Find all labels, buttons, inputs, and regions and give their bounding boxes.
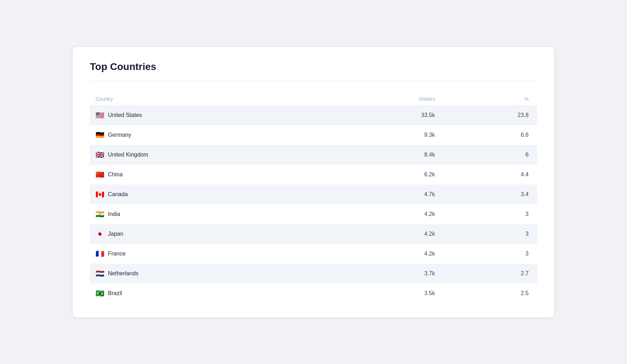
country-flag: 🇮🇳 <box>96 211 104 218</box>
visitors-cell: 4.2k <box>335 224 441 244</box>
table-header-row: Country Visitors % <box>90 93 537 105</box>
table-row: 🇮🇳India4.2k3 <box>90 204 537 224</box>
table-row: 🇨🇳China6.2k4.4 <box>90 165 537 184</box>
top-countries-card: Top Countries Country Visitors % 🇺🇸Unite… <box>73 47 554 317</box>
country-flag: 🇨🇳 <box>96 171 104 178</box>
country-cell: 🇬🇧United Kingdom <box>90 145 335 165</box>
country-name: United States <box>108 112 142 118</box>
country-flag: 🇬🇧 <box>96 151 104 158</box>
percent-cell: 4.4 <box>441 165 537 184</box>
visitors-cell: 9.3k <box>335 125 441 145</box>
country-cell: 🇳🇱Netherlands <box>90 264 335 283</box>
percent-cell: 3 <box>441 244 537 264</box>
country-flag: 🇧🇷 <box>96 290 104 297</box>
table-row: 🇺🇸United States33.5k23.8 <box>90 105 537 125</box>
page-title: Top Countries <box>90 61 537 72</box>
divider <box>90 81 537 81</box>
percent-cell: 3 <box>441 224 537 244</box>
country-name: Japan <box>108 231 123 237</box>
country-name: India <box>108 211 120 217</box>
percent-cell: 6.6 <box>441 125 537 145</box>
table-row: 🇫🇷France4.2k3 <box>90 244 537 264</box>
column-header-percent: % <box>441 93 537 105</box>
country-flag: 🇨🇦 <box>96 191 104 198</box>
country-cell: 🇯🇵Japan <box>90 224 335 244</box>
column-header-visitors: Visitors <box>335 93 441 105</box>
country-flag: 🇫🇷 <box>96 250 104 257</box>
country-name: United Kingdom <box>108 152 148 158</box>
column-header-country: Country <box>90 93 335 105</box>
country-cell: 🇩🇪Germany <box>90 125 335 145</box>
country-name: Germany <box>108 132 131 138</box>
percent-cell: 2.5 <box>441 283 537 303</box>
percent-cell: 6 <box>441 145 537 165</box>
country-flag: 🇩🇪 <box>96 131 104 139</box>
country-cell: 🇧🇷Brazil <box>90 283 335 303</box>
country-name: France <box>108 251 126 257</box>
percent-cell: 2.7 <box>441 264 537 283</box>
country-flag: 🇯🇵 <box>96 230 104 237</box>
table-row: 🇩🇪Germany9.3k6.6 <box>90 125 537 145</box>
country-cell: 🇫🇷France <box>90 244 335 264</box>
country-name: Canada <box>108 191 128 198</box>
country-flag: 🇳🇱 <box>96 270 104 277</box>
visitors-cell: 3.5k <box>335 283 441 303</box>
visitors-cell: 8.4k <box>335 145 441 165</box>
visitors-cell: 4.2k <box>335 204 441 224</box>
table-row: 🇯🇵Japan4.2k3 <box>90 224 537 244</box>
visitors-cell: 6.2k <box>335 165 441 184</box>
country-name: China <box>108 171 123 178</box>
visitors-cell: 4.2k <box>335 244 441 264</box>
visitors-cell: 33.5k <box>335 105 441 125</box>
countries-table: Country Visitors % 🇺🇸United States33.5k2… <box>90 93 537 303</box>
table-row: 🇳🇱Netherlands3.7k2.7 <box>90 264 537 283</box>
country-cell: 🇮🇳India <box>90 204 335 224</box>
table-row: 🇨🇦Canada4.7k3.4 <box>90 184 537 204</box>
country-name: Brazil <box>108 290 122 297</box>
percent-cell: 3 <box>441 204 537 224</box>
country-cell: 🇨🇳China <box>90 165 335 184</box>
percent-cell: 23.8 <box>441 105 537 125</box>
percent-cell: 3.4 <box>441 184 537 204</box>
country-name: Netherlands <box>108 270 138 277</box>
country-cell: 🇺🇸United States <box>90 105 335 125</box>
country-flag: 🇺🇸 <box>96 112 104 119</box>
visitors-cell: 4.7k <box>335 184 441 204</box>
visitors-cell: 3.7k <box>335 264 441 283</box>
table-row: 🇬🇧United Kingdom8.4k6 <box>90 145 537 165</box>
table-row: 🇧🇷Brazil3.5k2.5 <box>90 283 537 303</box>
country-cell: 🇨🇦Canada <box>90 184 335 204</box>
